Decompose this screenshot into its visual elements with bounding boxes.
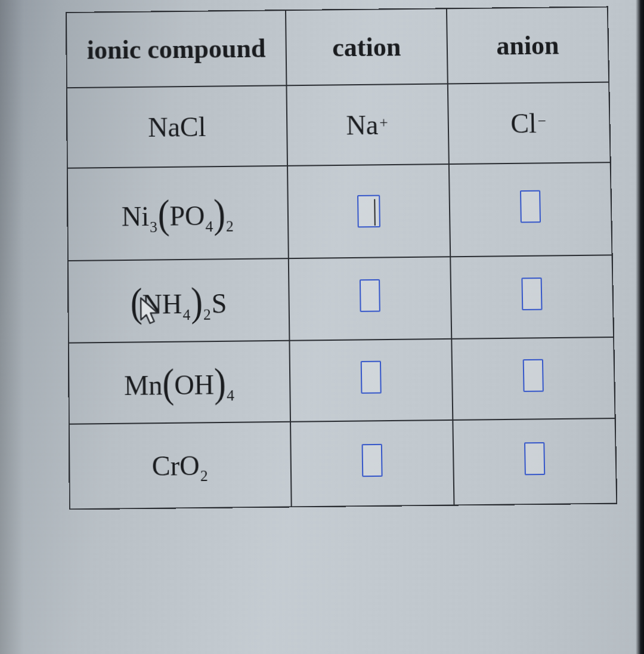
- table-header-row: ionic compound cation anion: [66, 7, 609, 88]
- right-edge-shadow: [636, 0, 644, 654]
- symbol-mn: Mn: [124, 372, 163, 400]
- symbol-o: O: [179, 452, 200, 480]
- subscript-2: 2: [225, 218, 234, 234]
- formula-nh42s: (NH4)2S: [130, 282, 227, 319]
- anion-input[interactable]: [521, 277, 542, 310]
- anion-cell: [449, 162, 612, 257]
- subscript-2: 2: [200, 468, 209, 484]
- formula-mnoh4: Mn(OH)4: [124, 363, 235, 400]
- ionic-compound-table-wrap: ionic compound cation anion NaCl Na+: [66, 6, 617, 510]
- subscript-4: 4: [226, 388, 235, 403]
- anion-cell: Cl−: [448, 82, 611, 164]
- symbol-nh: NH: [142, 291, 182, 319]
- symbol-ni: Ni: [122, 203, 150, 231]
- anion-cell: [453, 418, 617, 505]
- anion-cell: [450, 255, 614, 338]
- cation-cell: [289, 257, 451, 340]
- cation-input[interactable]: [361, 360, 382, 393]
- left-shadow: [0, 0, 24, 654]
- lparen-icon: (: [130, 283, 142, 324]
- cation-cell: [287, 164, 450, 258]
- rparen-icon: ): [214, 363, 226, 404]
- anion-cell: [451, 337, 615, 420]
- compound-cell: CrO2: [69, 422, 292, 510]
- subscript-4: 4: [182, 307, 191, 323]
- symbol-na: Na: [148, 113, 180, 141]
- anion-input[interactable]: [523, 359, 544, 391]
- symbol-cr: Cr: [151, 452, 179, 480]
- symbol-oh: OH: [174, 371, 214, 399]
- formula-ni3po42: Ni3(PO4)2: [122, 194, 234, 230]
- table-row: CrO2: [69, 418, 617, 509]
- compound-cell: NaCl: [67, 85, 287, 168]
- anion-input[interactable]: [520, 190, 541, 223]
- symbol-cl: Cl: [510, 110, 537, 138]
- lparen-icon: (: [157, 194, 169, 235]
- subscript-2: 2: [203, 307, 212, 323]
- cation-cell: [290, 420, 454, 507]
- formula-cro2: CrO2: [151, 452, 208, 480]
- subscript-3: 3: [149, 220, 158, 235]
- charge-minus: −: [536, 113, 547, 129]
- subscript-4: 4: [205, 219, 214, 235]
- ion-cl-minus: Cl−: [510, 109, 548, 137]
- compound-cell: Ni3(PO4)2: [67, 166, 289, 261]
- ion-na-plus: Na+: [346, 111, 389, 139]
- charge-plus: +: [378, 115, 389, 131]
- header-cation: cation: [286, 8, 448, 85]
- symbol-cl: Cl: [180, 113, 206, 141]
- formula-nacl: NaCl: [148, 113, 206, 141]
- cation-input[interactable]: [362, 443, 383, 476]
- symbol-s: S: [211, 290, 227, 318]
- cation-cell: [289, 339, 453, 422]
- compound-cell: (NH4)2S: [68, 258, 290, 343]
- table-row: Mn(OH)4: [69, 337, 615, 424]
- table-row: Ni3(PO4)2: [67, 162, 612, 261]
- lparen-icon: (: [162, 363, 174, 404]
- text-caret-icon: [374, 199, 376, 225]
- symbol-na: Na: [346, 111, 378, 139]
- rparen-icon: ): [213, 193, 225, 234]
- rparen-icon: ): [191, 282, 203, 323]
- header-ionic-compound: ionic compound: [66, 10, 286, 88]
- table-row: NaCl Na+ Cl−: [67, 82, 611, 168]
- anion-input[interactable]: [524, 442, 545, 474]
- ionic-compound-table: ionic compound cation anion NaCl Na+: [66, 6, 617, 510]
- table-row: (NH4)2S: [68, 255, 614, 343]
- compound-cell: Mn(OH)4: [69, 341, 290, 424]
- header-anion: anion: [447, 7, 609, 84]
- symbol-po: PO: [169, 202, 205, 230]
- cation-cell: Na+: [286, 84, 448, 165]
- cation-input[interactable]: [360, 279, 380, 311]
- cation-input[interactable]: [357, 195, 380, 227]
